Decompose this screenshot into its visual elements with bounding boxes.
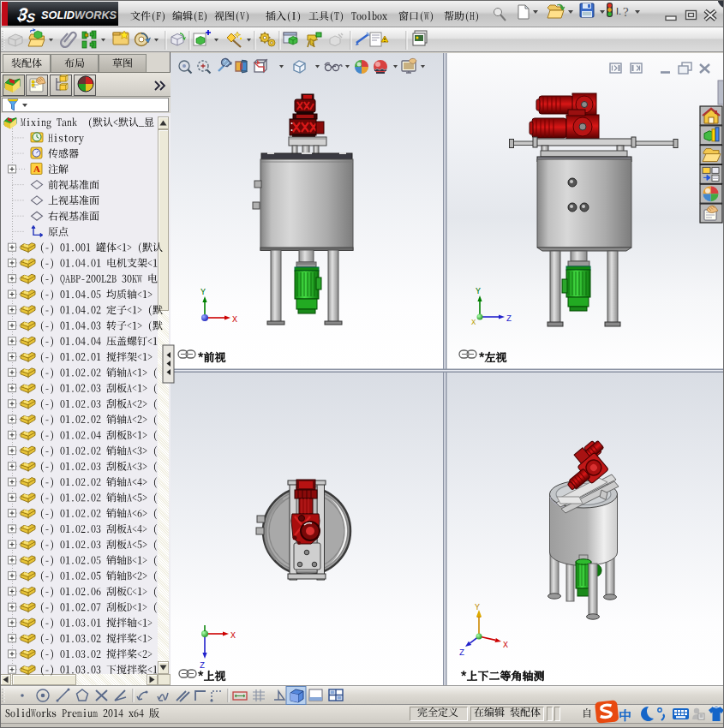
svg-text:Y: Y <box>200 288 206 297</box>
svg-text:Z: Z <box>200 661 205 671</box>
svg-text:Y: Y <box>476 287 481 296</box>
svg-text:Y: Y <box>475 603 480 612</box>
svg-text:A: A <box>33 164 40 174</box>
svg-text:?: ? <box>623 5 629 19</box>
svg-text:X: X <box>232 315 237 325</box>
svg-text:Z: Z <box>506 314 512 324</box>
svg-text:Z: Z <box>459 648 464 658</box>
svg-text:X: X <box>230 631 236 641</box>
svg-text:X: X <box>503 641 508 650</box>
svg-text:X: X <box>471 319 476 327</box>
svg-text:I.: I. <box>616 6 621 16</box>
